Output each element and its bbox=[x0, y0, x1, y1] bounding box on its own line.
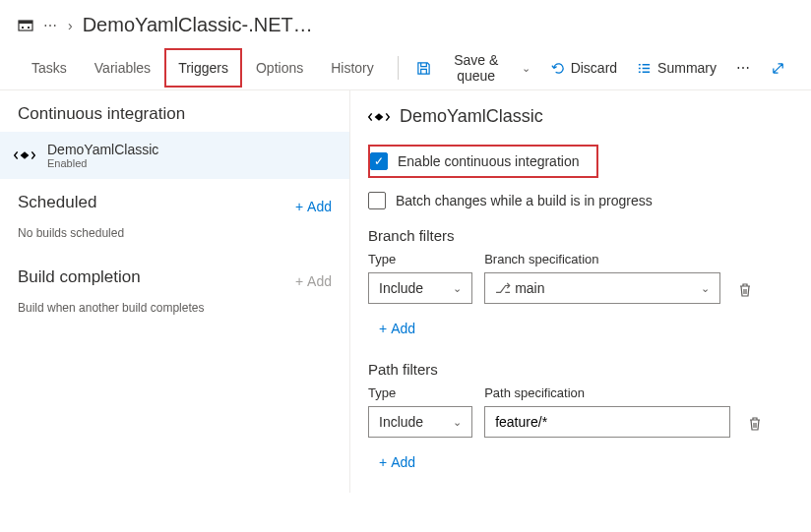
undo-icon bbox=[550, 61, 565, 76]
pipeline-icon bbox=[18, 18, 33, 33]
expand-icon bbox=[771, 61, 785, 76]
more-actions-button[interactable]: ⋯ bbox=[728, 54, 759, 82]
enable-ci-row: ✓ Enable continuous integration bbox=[368, 145, 598, 178]
tab-options[interactable]: Options bbox=[242, 48, 317, 88]
path-spec-label: Path specification bbox=[484, 385, 730, 400]
tab-history[interactable]: History bbox=[317, 48, 388, 88]
delete-branch-filter-button[interactable] bbox=[732, 276, 758, 304]
path-spec-input[interactable] bbox=[484, 406, 730, 438]
add-path-filter-button[interactable]: + Add bbox=[368, 447, 426, 477]
plus-icon: + bbox=[295, 199, 303, 214]
add-branch-filter-button[interactable]: + Add bbox=[368, 314, 426, 343]
save-queue-button[interactable]: Save & queue ⌄ bbox=[408, 46, 538, 89]
add-path-label: Add bbox=[391, 454, 415, 470]
scheduled-add-button[interactable]: + Add bbox=[295, 199, 332, 214]
svg-rect-3 bbox=[28, 27, 30, 29]
branch-spec-value: main bbox=[515, 280, 544, 296]
repo-icon bbox=[14, 145, 35, 166]
main-title: DemoYamlClassic bbox=[400, 106, 543, 127]
expand-button[interactable] bbox=[763, 55, 793, 82]
repo-item[interactable]: DemoYamlClassic Enabled bbox=[0, 132, 349, 179]
svg-rect-1 bbox=[19, 21, 32, 24]
scheduled-empty-text: No builds scheduled bbox=[18, 226, 332, 240]
enable-ci-label: Enable continuous integration bbox=[398, 153, 579, 169]
path-type-value: Include bbox=[379, 414, 423, 430]
branch-filters-title: Branch filters bbox=[368, 227, 793, 244]
path-type-select[interactable]: Include ⌄ bbox=[368, 406, 472, 438]
chevron-down-icon: ⌄ bbox=[701, 282, 710, 295]
svg-rect-2 bbox=[22, 27, 24, 29]
add-branch-label: Add bbox=[391, 321, 415, 336]
chevron-right-icon: › bbox=[68, 18, 73, 33]
ci-section-title: Continuous integration bbox=[18, 104, 332, 124]
sidebar: Continuous integration DemoYamlClassic E… bbox=[0, 90, 349, 493]
scheduled-title: Scheduled bbox=[18, 193, 96, 212]
branch-type-label: Type bbox=[368, 252, 472, 266]
save-icon bbox=[416, 61, 431, 76]
list-icon bbox=[637, 61, 652, 76]
plus-icon: + bbox=[295, 273, 303, 289]
summary-label: Summary bbox=[657, 60, 717, 76]
breadcrumb-ellipsis[interactable]: ⋯ bbox=[43, 18, 58, 33]
chevron-down-icon: ⌄ bbox=[453, 416, 462, 429]
branch-spec-select[interactable]: ⎇main ⌄ bbox=[484, 272, 720, 304]
tabs: Tasks Variables Triggers Options History bbox=[18, 48, 388, 88]
page-title: DemoYamlClassic-.NET… bbox=[83, 14, 313, 36]
branch-icon: ⎇ bbox=[495, 280, 511, 296]
tab-variables[interactable]: Variables bbox=[81, 48, 164, 88]
completion-title: Build completion bbox=[18, 267, 141, 287]
discard-label: Discard bbox=[571, 60, 617, 76]
tab-triggers[interactable]: Triggers bbox=[164, 48, 242, 88]
delete-path-filter-button[interactable] bbox=[742, 410, 768, 438]
discard-button[interactable]: Discard bbox=[542, 54, 625, 82]
chevron-down-icon: ⌄ bbox=[453, 282, 462, 295]
completion-add-button[interactable]: + Add bbox=[295, 273, 332, 289]
plus-icon: + bbox=[379, 321, 387, 336]
divider bbox=[398, 56, 399, 80]
summary-button[interactable]: Summary bbox=[629, 54, 724, 82]
main-panel: DemoYamlClassic ✓ Enable continuous inte… bbox=[349, 90, 811, 493]
scheduled-add-label: Add bbox=[307, 199, 332, 214]
branch-spec-label: Branch specification bbox=[484, 252, 720, 266]
save-queue-label: Save & queue bbox=[437, 52, 516, 84]
breadcrumb: ⋯ › DemoYamlClassic-.NET… bbox=[0, 0, 811, 46]
repo-icon bbox=[368, 110, 390, 124]
batch-label: Batch changes while a build is in progre… bbox=[396, 193, 653, 208]
completion-empty-text: Build when another build completes bbox=[18, 301, 332, 315]
chevron-down-icon: ⌄ bbox=[522, 62, 530, 75]
repo-status: Enabled bbox=[47, 157, 158, 169]
path-type-label: Type bbox=[368, 385, 472, 400]
completion-add-label: Add bbox=[307, 273, 332, 289]
path-filters-title: Path filters bbox=[368, 361, 793, 378]
tab-tasks[interactable]: Tasks bbox=[18, 48, 81, 88]
enable-ci-checkbox[interactable]: ✓ bbox=[370, 152, 388, 170]
toolbar: Tasks Variables Triggers Options History… bbox=[0, 46, 811, 90]
branch-type-value: Include bbox=[379, 280, 423, 296]
batch-checkbox[interactable] bbox=[368, 192, 386, 209]
batch-row: Batch changes while a build is in progre… bbox=[368, 192, 793, 209]
repo-name: DemoYamlClassic bbox=[47, 142, 158, 157]
plus-icon: + bbox=[379, 454, 387, 470]
branch-type-select[interactable]: Include ⌄ bbox=[368, 272, 472, 304]
